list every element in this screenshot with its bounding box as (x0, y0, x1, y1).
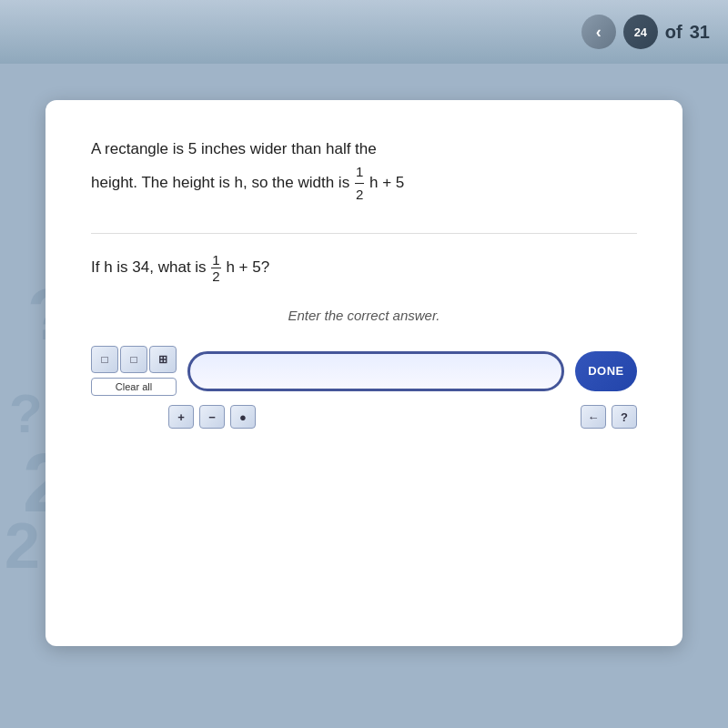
desc-line1: A rectangle is 5 inches wider than half … (91, 140, 377, 157)
page-separator: of (665, 22, 682, 43)
frac1-den: 2 (355, 184, 364, 206)
question-button[interactable]: ? (612, 405, 637, 429)
question-suffix: h + 5? (226, 258, 269, 276)
bottom-tools: + − ● ← ? (168, 405, 637, 429)
main-card: A rectangle is 5 inches wider than half … (46, 100, 682, 646)
done-button[interactable]: DONE (575, 351, 637, 391)
page-current: 24 (634, 25, 647, 39)
fraction-display-1: 1 2 (355, 161, 364, 206)
tool-btn-2[interactable]: □ (120, 346, 147, 373)
nav-area: ‹ 24 of 31 (581, 15, 710, 49)
back-button[interactable]: ‹ (581, 15, 616, 49)
question-text: If h is 34, what is 1 2 h + 5? (91, 252, 637, 284)
fraction-display-2: 1 2 (211, 252, 220, 284)
clear-all-button[interactable]: Clear all (91, 378, 177, 396)
page-indicator-circle: 24 (623, 15, 658, 49)
frac2-num: 1 (211, 252, 220, 268)
tool-buttons-left: □ □ ⊞ Clear all (91, 346, 177, 396)
frac1-num: 1 (355, 161, 364, 184)
top-bar: ‹ 24 of 31 (0, 0, 728, 64)
tool-btn-3[interactable]: ⊞ (149, 346, 177, 373)
desc-line2: height. The height is h, so the width is (91, 174, 349, 191)
frac2-den: 2 (211, 268, 220, 284)
minus-button[interactable]: − (199, 405, 225, 429)
tool-row-1: □ □ ⊞ (91, 346, 177, 373)
divider (91, 233, 637, 234)
page-total: 31 (690, 22, 710, 43)
instruction-text: Enter the correct answer. (91, 308, 637, 323)
left-arrow-button[interactable]: ← (581, 405, 606, 429)
problem-description: A rectangle is 5 inches wider than half … (91, 136, 637, 206)
bg-deco-4: 2 (5, 510, 40, 582)
bg-deco-2: ? (9, 382, 43, 445)
plus-button[interactable]: + (168, 405, 194, 429)
question-prefix: If h is 34, what is (91, 258, 207, 276)
tool-btn-1[interactable]: □ (91, 346, 118, 373)
h-plus-5-label: h + 5 (369, 174, 404, 191)
answer-area: □ □ ⊞ Clear all DONE (91, 346, 637, 396)
dot-button[interactable]: ● (230, 405, 256, 429)
answer-input[interactable] (187, 351, 564, 391)
